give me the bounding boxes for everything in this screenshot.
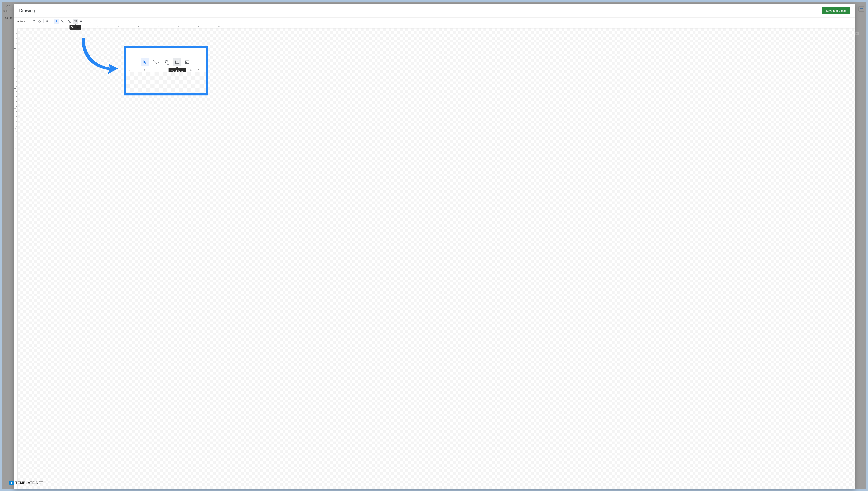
callout-select-tool <box>141 58 149 66</box>
svg-line-3 <box>61 20 63 22</box>
svg-rect-11 <box>76 20 76 21</box>
drawing-modal: Drawing Save and Close Actions <box>14 4 855 489</box>
chevron-down-icon <box>49 21 51 22</box>
vertical-ruler: 123456 <box>14 28 18 489</box>
watermark: T TEMPLATE.NET <box>9 481 43 485</box>
svg-point-4 <box>61 20 62 21</box>
watermark-suffix: .NET <box>35 481 43 485</box>
callout-textbox-tool: T Text box <box>173 58 181 66</box>
callout-inner: T Text box 2 <box>126 48 206 93</box>
callout-toolbar: T Text box <box>126 57 206 68</box>
textbox-tool-button[interactable]: T Text box <box>73 19 78 24</box>
svg-rect-7 <box>69 21 71 23</box>
redo-button[interactable] <box>37 19 42 24</box>
actions-label: Actions <box>17 20 25 23</box>
watermark-text: TEMPLATE.NET <box>15 481 43 485</box>
modal-header: Drawing Save and Close <box>14 4 855 17</box>
undo-button[interactable] <box>31 19 37 24</box>
shape-tool-button[interactable] <box>67 19 72 24</box>
svg-point-5 <box>63 22 64 23</box>
svg-point-1 <box>46 20 48 22</box>
image-tool-button[interactable] <box>78 19 84 24</box>
drawing-canvas[interactable]: T Text box 2 <box>18 28 855 489</box>
outer-frame: Data T .00 12 M Drawing Save and Close A… <box>2 2 866 489</box>
column-header-m: M <box>855 32 859 35</box>
drawing-toolbar: Actions <box>14 17 855 25</box>
chevron-down-icon <box>158 62 160 63</box>
line-tool-button[interactable] <box>60 19 67 24</box>
actions-menu-button[interactable]: Actions <box>16 19 29 24</box>
callout-line-tool <box>151 58 161 66</box>
canvas-area: 1234567891011 123456 <box>14 25 855 489</box>
callout-ruler-label: 2 <box>128 69 130 72</box>
svg-rect-13 <box>76 22 76 22</box>
svg-point-17 <box>156 63 157 64</box>
callout-image-tool <box>183 58 191 66</box>
svg-rect-12 <box>74 22 74 22</box>
select-tool-button[interactable] <box>54 19 59 24</box>
svg-text:T: T <box>75 21 76 22</box>
curved-arrow-annotation <box>82 38 119 75</box>
zoom-callout-box: T Text box 2 <box>124 46 208 95</box>
svg-rect-19 <box>167 62 169 64</box>
svg-line-15 <box>153 61 156 64</box>
textbox-tooltip: Text box <box>69 25 81 30</box>
svg-text:T: T <box>177 61 178 64</box>
ruler-tick <box>182 69 182 70</box>
svg-point-16 <box>153 60 154 61</box>
zoom-button[interactable] <box>44 19 52 24</box>
svg-rect-23 <box>179 61 180 61</box>
modal-title: Drawing <box>19 8 35 13</box>
horizontal-ruler: 1234567891011 <box>18 25 855 28</box>
svg-rect-24 <box>175 63 176 64</box>
callout-shape-tool <box>163 58 171 66</box>
toolbar-divider <box>30 19 30 23</box>
callout-ruler-label: 4 <box>190 69 191 72</box>
svg-rect-10 <box>74 20 74 21</box>
chevron-down-icon <box>64 21 66 22</box>
chevron-down-icon <box>26 21 28 22</box>
save-and-close-button[interactable]: Save and Close <box>822 7 850 14</box>
watermark-brand: TEMPLATE <box>15 481 35 485</box>
svg-rect-25 <box>179 63 180 64</box>
callout-ruler: 2 4 <box>126 68 206 73</box>
callout-canvas-checker <box>126 72 206 93</box>
watermark-icon: T <box>9 481 14 485</box>
svg-line-2 <box>48 22 48 22</box>
svg-rect-22 <box>175 61 176 61</box>
